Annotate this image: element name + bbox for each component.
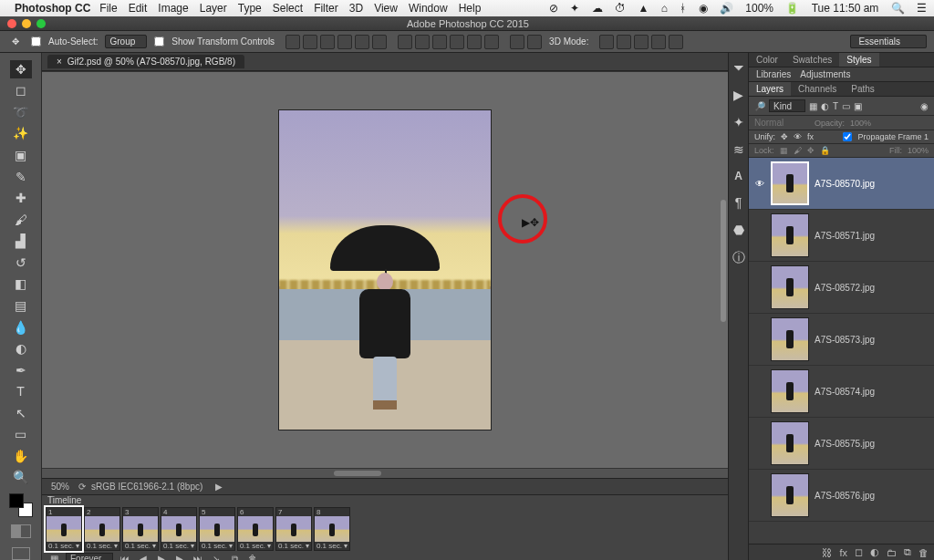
timeline-frame[interactable]: 30.1 sec. ▾ <box>122 507 159 551</box>
menu-3d[interactable]: 3D <box>349 2 363 15</box>
prev-frame-button[interactable]: ◀ <box>137 554 150 560</box>
layer-thumbnail[interactable] <box>771 369 809 413</box>
arrange-button[interactable] <box>527 35 542 49</box>
dodge-tool[interactable]: ◐ <box>10 339 32 358</box>
filter-pixel-icon[interactable]: ▦ <box>809 101 817 111</box>
menu-extra-icon[interactable]: ⌂ <box>661 2 668 15</box>
visibility-eye-icon[interactable]: 👁 <box>754 179 765 189</box>
layer-fx-icon[interactable]: fx <box>839 547 847 558</box>
new-group-icon[interactable]: 🗀 <box>887 547 897 558</box>
eraser-tool[interactable]: ◧ <box>10 275 32 294</box>
align-button[interactable] <box>320 35 335 49</box>
opacity-value[interactable]: 100% <box>850 119 871 128</box>
filter-toggle[interactable]: ◉ <box>920 101 929 111</box>
document-tab[interactable]: × Gif2.psd @ 50% (A7S-08570.jpg, RGB/8) <box>47 55 244 68</box>
delete-layer-icon[interactable]: 🗑 <box>918 547 929 558</box>
align-button[interactable] <box>372 35 387 49</box>
menu-extra-icon[interactable]: ✦ <box>570 2 579 15</box>
timeline-convert-icon[interactable]: ▦ <box>47 554 60 560</box>
layer-thumbnail[interactable] <box>771 317 809 361</box>
timeline-frame[interactable]: 40.1 sec. ▾ <box>161 507 197 551</box>
layer-row[interactable]: A7S-08574.jpg <box>749 366 934 418</box>
close-window-button[interactable] <box>7 19 16 28</box>
notification-center-icon[interactable]: ☰ <box>917 2 927 15</box>
distribute-button[interactable] <box>484 35 499 49</box>
layer-thumbnail[interactable] <box>771 161 809 205</box>
lasso-tool[interactable]: ➰ <box>10 103 32 121</box>
layer-row[interactable]: A7S-08573.jpg <box>749 314 934 366</box>
auto-select-mode-dropdown[interactable]: Group <box>105 35 147 48</box>
filter-adjust-icon[interactable]: ◐ <box>821 101 829 111</box>
battery-icon[interactable]: 🔋 <box>785 2 799 15</box>
character-panel-icon[interactable]: A <box>734 170 742 182</box>
minimize-window-button[interactable] <box>22 19 31 28</box>
blur-tool[interactable]: 💧 <box>10 318 32 337</box>
loop-dropdown[interactable]: Forever <box>66 553 113 560</box>
play-button[interactable]: ▶ <box>155 554 168 560</box>
arrange-button[interactable] <box>510 35 524 49</box>
tab-layers[interactable]: Layers <box>749 82 791 96</box>
menu-extra-icon[interactable]: ☁ <box>592 2 603 15</box>
tab-styles[interactable]: Styles <box>839 53 878 67</box>
lock-paint-icon[interactable]: 🖌 <box>794 146 802 155</box>
show-transform-checkbox[interactable] <box>154 36 164 47</box>
auto-select-checkbox[interactable] <box>31 36 41 47</box>
battery-percent[interactable]: 100% <box>745 2 773 15</box>
timeline-frame[interactable]: 70.1 sec. ▾ <box>275 507 312 551</box>
layer-thumbnail[interactable] <box>771 265 809 309</box>
menu-filter[interactable]: Filter <box>314 2 338 15</box>
blend-mode-dropdown[interactable]: Normal <box>754 118 809 128</box>
menu-view[interactable]: View <box>374 2 398 15</box>
3d-panel-icon[interactable]: ⬣ <box>733 223 744 237</box>
align-button[interactable] <box>355 35 369 49</box>
canvas[interactable]: ▶✥ <box>42 71 728 469</box>
timeline-frame[interactable]: 60.1 sec. ▾ <box>237 507 274 551</box>
link-layers-icon[interactable]: ⛓ <box>822 547 832 558</box>
distribute-button[interactable] <box>450 35 464 49</box>
layer-thumbnail[interactable] <box>771 213 809 257</box>
delete-frame-button[interactable]: 🗑 <box>246 554 259 560</box>
layer-thumbnail[interactable] <box>771 473 809 517</box>
new-layer-icon[interactable]: ⧉ <box>904 546 911 558</box>
horizontal-scrollbar[interactable] <box>42 469 728 478</box>
menu-extra-icon[interactable]: ▲ <box>638 2 649 15</box>
type-tool[interactable]: T <box>10 382 32 400</box>
layer-row[interactable]: A7S-08572.jpg <box>749 262 934 314</box>
menu-type[interactable]: Type <box>238 2 262 15</box>
close-tab-icon[interactable]: × <box>57 57 62 67</box>
menu-select[interactable]: Select <box>273 2 303 15</box>
first-frame-button[interactable]: ⏮ <box>119 554 131 560</box>
info-panel-icon[interactable]: ⓘ <box>732 250 745 266</box>
layer-row[interactable]: A7S-08576.jpg <box>749 470 934 522</box>
menu-edit[interactable]: Edit <box>129 2 148 15</box>
lock-transparent-icon[interactable]: ▦ <box>780 146 788 155</box>
marquee-tool[interactable]: ◻ <box>10 82 32 100</box>
tab-paths[interactable]: Paths <box>844 82 882 96</box>
tab-swatches[interactable]: Swatches <box>785 53 839 67</box>
app-name[interactable]: Photoshop CC <box>15 2 90 15</box>
vertical-scrollbar[interactable] <box>721 109 726 413</box>
unify-position-icon[interactable]: ✥ <box>781 132 788 141</box>
pen-tool[interactable]: ✒ <box>10 361 32 379</box>
timeline-frame[interactable]: 80.1 sec. ▾ <box>314 507 350 551</box>
align-button[interactable] <box>303 35 317 49</box>
layer-row[interactable]: A7S-08571.jpg <box>749 210 934 262</box>
layers-list[interactable]: 👁A7S-08570.jpgA7S-08571.jpgA7S-08572.jpg… <box>749 158 934 544</box>
fullscreen-window-button[interactable] <box>36 19 46 28</box>
spotlight-icon[interactable]: 🔍 <box>891 2 905 15</box>
timeline-frame[interactable]: 50.1 sec. ▾ <box>199 507 235 551</box>
menu-window[interactable]: Window <box>409 2 448 15</box>
clock[interactable]: Tue 11:50 am <box>812 2 879 15</box>
tab-channels[interactable]: Channels <box>791 82 844 96</box>
move-tool[interactable]: ✥ <box>10 60 32 78</box>
distribute-button[interactable] <box>432 35 447 49</box>
filter-search-icon[interactable]: 🔎 <box>754 101 765 111</box>
shape-tool[interactable]: ▭ <box>10 426 32 444</box>
zoom-tool[interactable]: 🔍 <box>10 469 32 487</box>
distribute-button[interactable] <box>398 35 412 49</box>
history-brush-tool[interactable]: ↺ <box>10 254 32 272</box>
volume-icon[interactable]: 🔊 <box>720 2 733 15</box>
3d-button[interactable] <box>651 35 666 49</box>
paragraph-panel-icon[interactable]: ¶ <box>735 195 742 210</box>
last-frame-button[interactable]: ⏭ <box>192 554 204 560</box>
